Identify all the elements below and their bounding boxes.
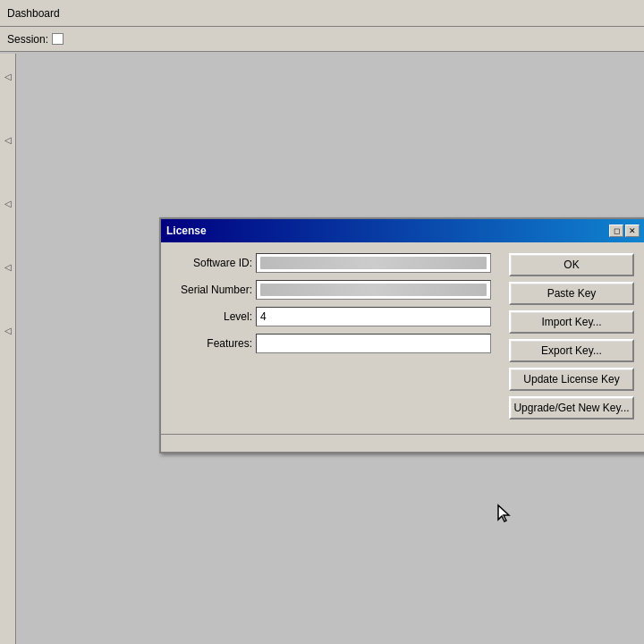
features-label: Features: (172, 337, 252, 350)
top-bar: Dashboard (0, 0, 644, 27)
sidebar-arrow-2: ◁ (4, 135, 12, 145)
session-label: Session: (7, 33, 48, 46)
dialog-bottom (161, 434, 644, 452)
session-checkbox[interactable] (52, 33, 64, 45)
dialog-controls: ◻ ✕ (609, 225, 640, 237)
buttons-area: OK Paste Key Import Key... Export Key...… (509, 253, 634, 419)
software-id-row: Software ID: (172, 253, 491, 273)
form-area: Software ID: Serial Number: Level: (172, 253, 498, 419)
sidebar-arrow-5: ◁ (4, 326, 12, 335)
session-bar: Session: (0, 27, 644, 52)
export-key-button[interactable]: Export Key... (509, 339, 634, 362)
license-dialog: License ◻ ✕ Software ID: (159, 217, 644, 453)
import-key-button[interactable]: Import Key... (509, 310, 634, 334)
software-id-blurred (260, 257, 487, 269)
close-icon: ✕ (629, 226, 636, 235)
restore-button[interactable]: ◻ (609, 225, 623, 237)
features-input[interactable] (256, 334, 491, 353)
ok-button[interactable]: OK (509, 253, 634, 276)
update-license-button[interactable]: Update License Key (509, 368, 634, 391)
level-input[interactable] (256, 307, 491, 326)
sidebar-arrow-3: ◁ (4, 199, 12, 208)
dialog-titlebar: License ◻ ✕ (161, 219, 644, 242)
features-row: Features: (172, 334, 491, 353)
restore-icon: ◻ (614, 226, 620, 235)
dialog-content: Software ID: Serial Number: Level: (161, 242, 644, 430)
serial-number-field[interactable] (256, 280, 491, 300)
sidebar-arrow-4: ◁ (4, 262, 12, 272)
main-area: License ◻ ✕ Software ID: (16, 52, 644, 644)
serial-number-blurred (260, 284, 487, 296)
upgrade-key-button[interactable]: Upgrade/Get New Key... (509, 396, 634, 419)
software-id-label: Software ID: (172, 257, 252, 269)
software-id-field[interactable] (256, 253, 491, 273)
serial-number-label: Serial Number: (172, 284, 252, 296)
paste-key-button[interactable]: Paste Key (509, 282, 634, 305)
level-row: Level: (172, 307, 491, 326)
close-button[interactable]: ✕ (625, 225, 640, 237)
dialog-title: License (166, 225, 207, 237)
serial-number-row: Serial Number: (172, 280, 491, 300)
app-title: Dashboard (7, 7, 60, 20)
sidebar-arrow-1: ◁ (4, 72, 12, 81)
left-sidebar: ◁ ◁ ◁ ◁ ◁ (0, 54, 16, 644)
level-label: Level: (172, 310, 252, 323)
